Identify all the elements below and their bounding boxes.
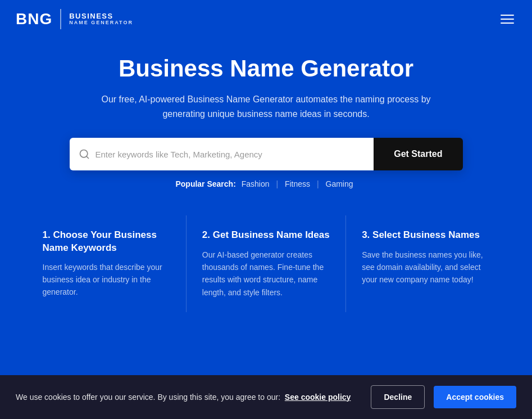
step-2-title: 2. Get Business Name Ideas (202, 229, 330, 241)
hero-title: Business Name Generator (11, 55, 521, 82)
step-card-2: 2. Get Business Name Ideas Our AI-based … (187, 215, 346, 312)
search-icon (79, 148, 90, 160)
search-bar: Get Started (70, 138, 463, 170)
popular-search-fitness[interactable]: Fitness (285, 179, 310, 188)
logo-divider (60, 9, 61, 29)
popular-search: Popular Search: Fashion | Fitness | Gami… (11, 179, 521, 188)
hamburger-menu[interactable] (498, 12, 516, 26)
step-1-title: 1. Choose Your Business Name Keywords (43, 229, 170, 254)
hamburger-line-3 (501, 22, 514, 24)
site-header: BNG BUSINESS NAME GENERATOR (0, 0, 532, 38)
separator-2: | (317, 179, 319, 188)
popular-search-gaming[interactable]: Gaming (326, 179, 353, 188)
logo: BNG BUSINESS NAME GENERATOR (16, 9, 133, 29)
search-input-wrapper (70, 138, 374, 170)
hamburger-line-1 (501, 15, 514, 16)
step-3-description: Save the business names you like, see do… (362, 249, 489, 286)
cookie-policy-link[interactable]: See cookie policy (285, 393, 351, 402)
step-card-3: 3. Select Business Names Save the busine… (346, 215, 505, 312)
hero-subtitle: Our free, AI-powered Business Name Gener… (98, 92, 435, 121)
hero-section: Business Name Generator Our free, AI-pow… (0, 38, 532, 215)
cookie-decline-button[interactable]: Decline (371, 385, 425, 409)
step-card-1: 1. Choose Your Business Name Keywords In… (27, 215, 187, 312)
steps-section: 1. Choose Your Business Name Keywords In… (13, 215, 519, 312)
search-input[interactable] (96, 139, 365, 169)
cookie-text: We use cookies to offer you our service.… (16, 391, 362, 403)
step-2-description: Our AI-based generator creates thousands… (202, 249, 330, 299)
separator-1: | (276, 179, 278, 188)
logo-name-gen-text: NAME GENERATOR (69, 20, 133, 26)
hamburger-line-2 (501, 19, 514, 20)
popular-search-label: Popular Search: (175, 179, 235, 188)
popular-search-fashion[interactable]: Fashion (242, 179, 270, 188)
cookie-banner: We use cookies to offer you our service.… (0, 375, 532, 419)
logo-subtitle: BUSINESS NAME GENERATOR (69, 12, 133, 26)
logo-bng-text: BNG (16, 10, 52, 28)
cookie-accept-button[interactable]: Accept cookies (434, 386, 516, 408)
get-started-button[interactable]: Get Started (374, 138, 462, 170)
logo-business-text: BUSINESS (69, 12, 133, 20)
step-3-title: 3. Select Business Names (362, 229, 489, 241)
svg-line-1 (86, 156, 88, 159)
step-1-description: Insert keywords that describe your busin… (43, 261, 170, 299)
